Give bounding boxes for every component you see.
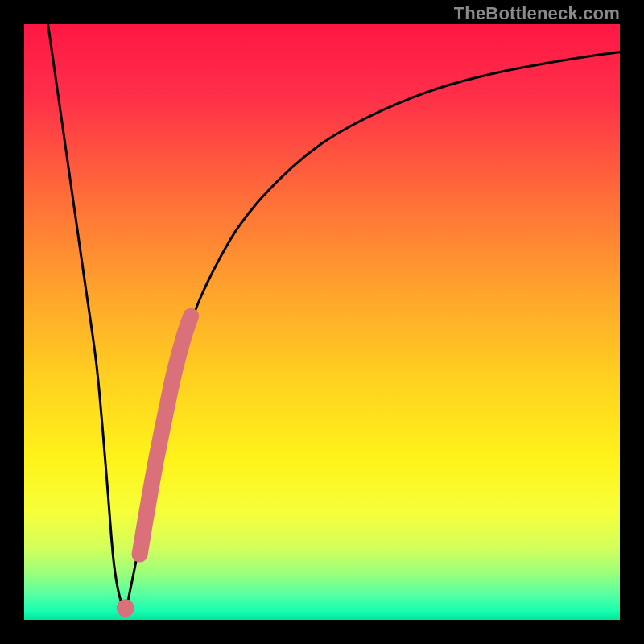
plot-area bbox=[24, 24, 620, 620]
highlight-segment-wide bbox=[140, 316, 192, 555]
bottleneck-curve bbox=[48, 24, 620, 609]
highlight-dot bbox=[117, 599, 134, 617]
watermark-text: TheBottleneck.com bbox=[454, 3, 620, 24]
curve-layer bbox=[24, 24, 620, 620]
outer-frame: TheBottleneck.com bbox=[0, 0, 644, 644]
